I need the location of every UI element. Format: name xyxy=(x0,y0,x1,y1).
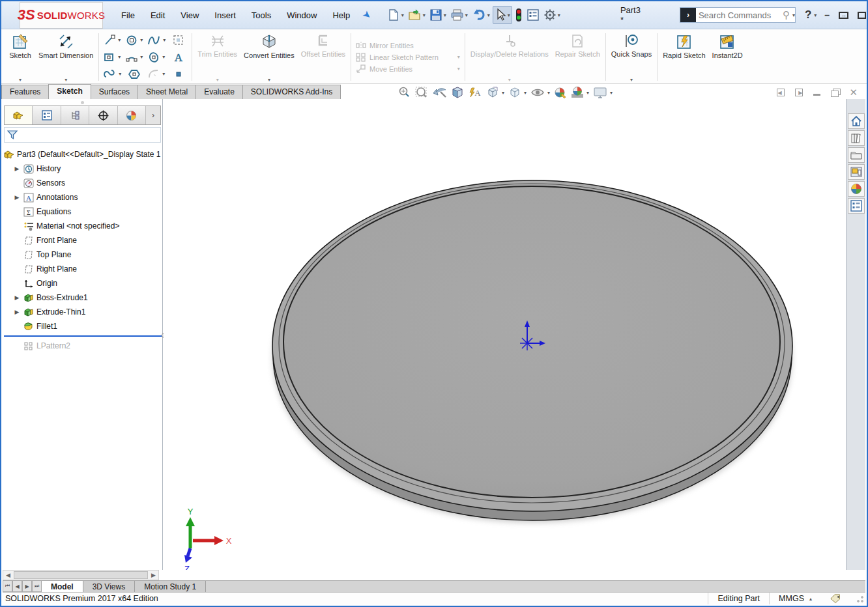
sketch-dropdown-icon[interactable]: ▾ xyxy=(19,77,22,83)
command-search[interactable]: › ⚲ ▾ xyxy=(680,7,796,23)
smart-dimension-dropdown-icon[interactable]: ▾ xyxy=(65,77,67,83)
first-tab-icon[interactable]: ⏮ xyxy=(3,581,12,592)
view-settings-button[interactable]: ▾ xyxy=(593,86,613,99)
appearances-scenes-button[interactable] xyxy=(848,181,865,197)
tree-item-extrude-thin1[interactable]: ▶ Extrude-Thin1 xyxy=(4,305,162,319)
mirror-entities-button[interactable]: Mirror Entities xyxy=(356,41,460,50)
tab-features[interactable]: Features xyxy=(1,85,49,99)
doc-minimize-button[interactable] xyxy=(813,94,820,96)
file-explorer-button[interactable] xyxy=(848,147,865,163)
zoom-to-area-button[interactable] xyxy=(414,86,429,99)
expand-arrow-icon[interactable]: ▶ xyxy=(13,309,21,315)
resize-grip[interactable] xyxy=(855,594,864,603)
print-button[interactable]: ▾ xyxy=(449,7,469,23)
tree-item-right-plane[interactable]: Right Plane xyxy=(4,262,162,276)
tab-model[interactable]: Model xyxy=(42,581,83,592)
move-entities-button[interactable]: Move Entities ▾ xyxy=(356,64,460,74)
tag-cell[interactable] xyxy=(821,593,851,604)
expand-arrow-icon[interactable]: ▶ xyxy=(13,194,21,201)
rollback-bar[interactable] xyxy=(4,335,162,337)
tab-solidworks-add-ins[interactable]: SOLIDWORKS Add-Ins xyxy=(242,85,341,99)
sketch-fillet-tool[interactable]: ▾ xyxy=(145,66,167,83)
pin-menu-icon[interactable]: ➤ xyxy=(360,8,374,22)
tree-root-part[interactable]: Part3 (Default<<Default>_Display State 1 xyxy=(4,147,162,162)
tree-item-origin[interactable]: Origin xyxy=(4,276,162,290)
save-button[interactable]: ▾ xyxy=(428,7,448,23)
tree-horizontal-scrollbar[interactable]: ◀ ▶ xyxy=(3,570,159,580)
tree-item-fillet1[interactable]: Fillet1 xyxy=(4,319,162,333)
interference-lights-button[interactable] xyxy=(514,6,524,24)
scroll-left-icon[interactable]: ◀ xyxy=(3,572,13,578)
freeform-spline-tool[interactable]: ▾ xyxy=(101,66,123,83)
expand-arrow-icon[interactable]: ▶ xyxy=(13,294,21,301)
convert-entities-dropdown-icon[interactable]: ▾ xyxy=(268,77,270,83)
menu-help[interactable]: Help xyxy=(326,7,356,23)
configuration-manager-tab[interactable] xyxy=(61,106,89,124)
offset-entities-button[interactable]: Offset Entities xyxy=(298,31,349,83)
menu-file[interactable]: File xyxy=(115,7,141,23)
doc-restore-button[interactable] xyxy=(831,91,839,97)
doc-close-button[interactable]: ✕ xyxy=(849,87,858,98)
tree-item-equations[interactable]: Σ Equations xyxy=(4,205,162,219)
home-button[interactable] xyxy=(848,113,865,129)
menu-edit[interactable]: Edit xyxy=(144,7,171,23)
section-view-button[interactable] xyxy=(451,86,464,99)
tab-sketch[interactable]: Sketch xyxy=(48,84,91,99)
quick-snaps-button[interactable]: Quick Snaps ▾ xyxy=(608,31,655,83)
tree-item-lpattern2[interactable]: LPattern2 xyxy=(4,339,162,353)
ellipse-tool[interactable]: ▾ xyxy=(145,49,167,66)
linear-sketch-pattern-button[interactable]: Linear Sketch Pattern ▾ xyxy=(356,53,460,62)
tree-item-top-plane[interactable]: Top Plane xyxy=(4,247,162,262)
tab-surfaces[interactable]: Surfaces xyxy=(91,85,138,99)
menu-tools[interactable]: Tools xyxy=(245,7,278,23)
view-orientation-button[interactable]: ▾ xyxy=(486,86,504,99)
property-manager-tab[interactable] xyxy=(33,106,61,124)
trim-entities-button[interactable]: Trim Entities ▾ xyxy=(194,31,240,83)
minimize-button[interactable]: – xyxy=(824,10,830,20)
scroll-right-icon[interactable]: ▶ xyxy=(149,572,158,578)
display-style-button[interactable]: ▾ xyxy=(508,86,527,99)
last-tab-icon[interactable]: ⏭ xyxy=(32,581,42,592)
apply-scene-button[interactable]: ▾ xyxy=(571,86,589,99)
tree-item-boss-extrude1[interactable]: ▶ Boss-Extrude1 xyxy=(4,290,162,305)
expand-panel-right-icon[interactable]: ▶ xyxy=(795,89,803,96)
graphics-viewport[interactable]: Y X Z xyxy=(164,99,846,570)
select-button[interactable]: ▾ xyxy=(493,6,512,24)
search-dropdown-icon[interactable]: ▾ xyxy=(792,12,795,18)
units-selector[interactable]: MMGS ▴ xyxy=(769,593,821,604)
menu-insert[interactable]: Insert xyxy=(208,7,242,23)
search-input[interactable] xyxy=(696,10,783,20)
text-tool[interactable]: A xyxy=(167,49,190,66)
options-list-button[interactable] xyxy=(525,7,541,23)
collapse-panel-left-icon[interactable]: ◀ xyxy=(777,89,785,96)
restore-split-button[interactable]: ↔ xyxy=(839,12,848,19)
view-palette-button[interactable] xyxy=(848,164,865,180)
help-dropdown-icon[interactable]: ▾ xyxy=(814,12,817,18)
panel-tabs-overflow-icon[interactable]: › xyxy=(146,111,160,120)
annotation-view-button[interactable]: A xyxy=(468,86,482,99)
panel-splitter-handle[interactable] xyxy=(3,99,162,106)
quick-snaps-dropdown-icon[interactable]: ▾ xyxy=(630,77,633,83)
tree-filter[interactable] xyxy=(4,127,161,143)
point-tool[interactable] xyxy=(167,66,190,83)
display-delete-relations-button[interactable]: Display/Delete Relations ▾ xyxy=(467,31,552,83)
tab-sheet-metal[interactable]: Sheet Metal xyxy=(137,85,196,99)
instant2d-button[interactable]: Instant2D xyxy=(709,31,746,83)
repair-sketch-button[interactable]: Repair Sketch xyxy=(552,31,603,83)
undo-button[interactable]: ▾ xyxy=(470,7,491,23)
tree-item-front-plane[interactable]: Front Plane xyxy=(4,233,162,247)
move-entities-dropdown-icon[interactable]: ▾ xyxy=(442,66,460,72)
tab-motion-study-1[interactable]: Motion Study 1 xyxy=(135,581,206,592)
new-document-button[interactable]: ▾ xyxy=(386,7,405,23)
settings-button[interactable]: ▾ xyxy=(542,7,562,23)
circle-tool[interactable]: ▾ xyxy=(123,32,145,49)
polygon-tool[interactable] xyxy=(123,66,145,83)
rectangle-tool[interactable]: ▾ xyxy=(101,49,123,66)
display-manager-tab[interactable] xyxy=(118,106,146,124)
tree-item-history[interactable]: ▶ History xyxy=(4,162,162,176)
tree-item-sensors[interactable]: Sensors xyxy=(4,176,162,190)
help-button[interactable]: ? xyxy=(805,8,811,21)
maximize-button[interactable] xyxy=(858,12,866,19)
custom-properties-button[interactable] xyxy=(848,198,865,214)
tree-item-material[interactable]: Material <not specified> xyxy=(4,219,162,233)
